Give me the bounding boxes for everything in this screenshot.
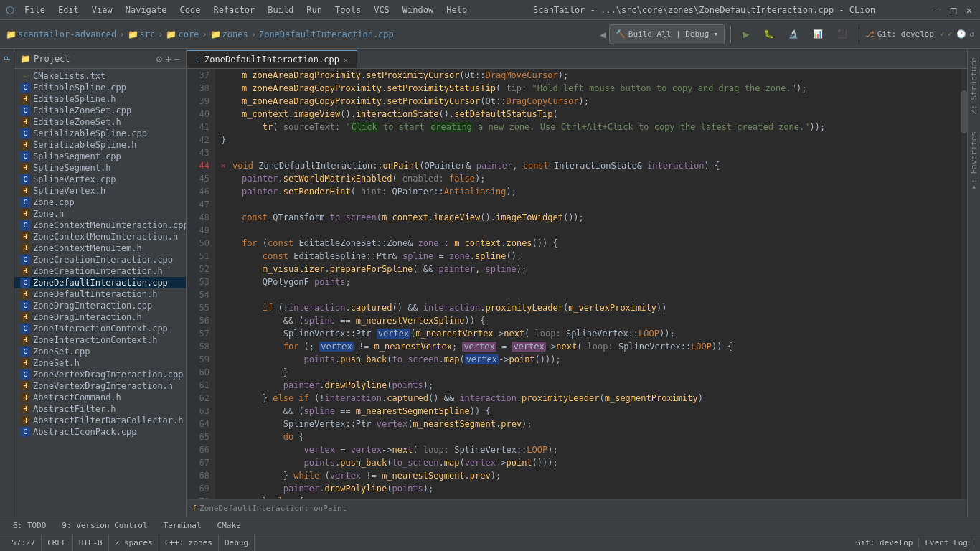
- file-item[interactable]: CSplineVertex.cpp: [14, 174, 186, 185]
- code-line: SplineVertex::Ptr vertex(m_nearestVertex…: [221, 327, 961, 340]
- file-item[interactable]: CZoneCreationInteraction.cpp: [14, 254, 186, 265]
- git-clock-icon: 🕐: [956, 29, 966, 39]
- line-number: 67: [187, 456, 209, 469]
- file-item[interactable]: CZone.cpp: [14, 197, 186, 208]
- code-line: [221, 198, 961, 211]
- file-item[interactable]: CZoneContextMenuInteraction.cpp: [14, 220, 186, 231]
- line-number: 44: [187, 159, 209, 172]
- line-number: 59: [187, 353, 209, 366]
- tab-cmake[interactable]: CMake: [210, 519, 248, 532]
- breadcrumb-src[interactable]: 📁 src: [128, 29, 156, 39]
- file-item[interactable]: HSerializableSpline.h: [14, 139, 186, 151]
- build-button[interactable]: 🔨 Build All | Debug ▾: [609, 24, 725, 44]
- status-line-ending[interactable]: CRLF: [42, 534, 73, 551]
- menu-file[interactable]: File: [19, 4, 51, 17]
- file-item[interactable]: ≡CMakeLists.txt: [14, 70, 186, 82]
- file-item[interactable]: HAbstractCommand.h: [14, 392, 186, 403]
- file-type-icon: H: [20, 415, 30, 425]
- file-item[interactable]: CZoneVertexDragInteraction.cpp: [14, 369, 186, 380]
- panel-minimize-icon[interactable]: −: [174, 53, 180, 65]
- file-item[interactable]: HAbstractFilterDataCollector.h: [14, 415, 186, 426]
- file-item[interactable]: CZoneDragInteraction.cpp: [14, 300, 186, 311]
- code-content[interactable]: m_zoneAreaDragProximity.setProximityCurs…: [215, 69, 961, 499]
- file-item[interactable]: HZone.h: [14, 208, 186, 220]
- tab-todo[interactable]: 6: TODO: [6, 519, 53, 532]
- file-item[interactable]: HSplineVertex.h: [14, 185, 186, 197]
- file-type-icon: C: [20, 105, 30, 116]
- breadcrumb-root[interactable]: scantailor-advanced: [18, 29, 116, 39]
- menu-view[interactable]: View: [86, 4, 118, 17]
- file-name-label: SplineVertex.h: [33, 186, 105, 196]
- menu-build[interactable]: Build: [262, 4, 299, 17]
- close-button[interactable]: ✕: [964, 5, 974, 15]
- maximize-button[interactable]: □: [948, 5, 958, 15]
- file-item[interactable]: CZoneSet.cpp: [14, 346, 186, 357]
- status-bar: 57:27 CRLF UTF-8 2 spaces C++: zones Deb…: [0, 534, 980, 551]
- menu-navigate[interactable]: Navigate: [120, 4, 173, 17]
- file-item[interactable]: HZoneCreationInteraction.h: [14, 265, 186, 277]
- file-item[interactable]: CZoneInteractionContext.cpp: [14, 323, 186, 334]
- minimize-button[interactable]: –: [933, 5, 943, 15]
- file-name-label: Zone.h: [33, 209, 64, 219]
- file-item[interactable]: CSerializableSpline.cpp: [14, 128, 186, 139]
- scroll-thumb[interactable]: [961, 90, 967, 133]
- file-item[interactable]: CZoneDefaultInteraction.cpp: [14, 277, 186, 288]
- menu-run[interactable]: Run: [301, 4, 328, 17]
- file-item[interactable]: CSplineSegment.cpp: [14, 151, 186, 162]
- panel-expand-icon[interactable]: +: [165, 53, 171, 65]
- editor-tab-active[interactable]: C ZoneDefaultInteraction.cpp ✕: [187, 50, 357, 68]
- scroll-indicator[interactable]: [961, 69, 967, 499]
- line-number: 60: [187, 366, 209, 379]
- project-tab-icon[interactable]: P: [1, 52, 14, 65]
- file-item[interactable]: HZoneDragInteraction.h: [14, 311, 186, 323]
- file-item[interactable]: HZoneContextMenuItem.h: [14, 242, 186, 254]
- favorites-tab[interactable]: ★: Favorites: [968, 126, 980, 199]
- status-event-log[interactable]: Event Log: [919, 538, 974, 547]
- file-item[interactable]: CAbstractIconPack.cpp: [14, 426, 186, 438]
- breadcrumb-zones[interactable]: 📁 zones: [210, 29, 248, 39]
- code-line: ✕ void ZoneDefaultInteraction::onPaint(Q…: [221, 159, 961, 172]
- file-item[interactable]: HEditableSpline.h: [14, 93, 186, 105]
- tab-version-control[interactable]: 9: Version Control: [55, 519, 154, 532]
- status-encoding[interactable]: UTF-8: [73, 534, 109, 551]
- tab-close-button[interactable]: ✕: [344, 56, 348, 64]
- menu-help[interactable]: Help: [440, 4, 473, 17]
- menu-refactor[interactable]: Refactor: [207, 4, 260, 17]
- file-item[interactable]: HZoneVertexDragInteraction.h: [14, 380, 186, 392]
- menu-edit[interactable]: Edit: [52, 4, 85, 17]
- breadcrumb-core[interactable]: 📁 core: [166, 29, 199, 39]
- file-item[interactable]: CEditableSpline.cpp: [14, 82, 186, 93]
- status-indent[interactable]: 2 spaces: [109, 534, 159, 551]
- status-profile[interactable]: Debug: [219, 534, 255, 551]
- status-git[interactable]: Git: develop: [850, 538, 919, 547]
- file-item[interactable]: HEditableZoneSet.h: [14, 116, 186, 128]
- line-number: 52: [187, 263, 209, 276]
- status-language[interactable]: C++: zones: [159, 534, 219, 551]
- menu-tools[interactable]: Tools: [329, 4, 367, 17]
- file-item[interactable]: HSplineSegment.h: [14, 162, 186, 174]
- profile-button[interactable]: 📊: [807, 24, 829, 44]
- file-item[interactable]: HAbstractFilter.h: [14, 403, 186, 415]
- menu-code[interactable]: Code: [174, 4, 207, 17]
- file-item[interactable]: CEditableZoneSet.cpp: [14, 105, 186, 116]
- stop-button[interactable]: ⬛: [831, 24, 853, 44]
- build-dropdown-icon[interactable]: ▾: [713, 29, 718, 39]
- breadcrumb-file[interactable]: ZoneDefaultInteraction.cpp: [259, 29, 394, 39]
- file-item[interactable]: HZoneDefaultInteraction.h: [14, 288, 186, 300]
- panel-settings-icon[interactable]: ⚙: [156, 53, 162, 65]
- breadcrumb-project[interactable]: 📁: [6, 29, 17, 39]
- tab-terminal[interactable]: Terminal: [156, 519, 209, 532]
- structure-tab[interactable]: Z: Structure: [968, 52, 980, 120]
- back-button[interactable]: ◀: [600, 29, 606, 40]
- coverage-button[interactable]: 🔬: [783, 24, 804, 44]
- run-button[interactable]: ▶: [737, 24, 755, 44]
- debug-button[interactable]: 🐛: [758, 24, 780, 44]
- file-item[interactable]: HZoneContextMenuInteraction.h: [14, 231, 186, 242]
- file-item[interactable]: HZoneSet.h: [14, 357, 186, 369]
- menu-vcs[interactable]: VCS: [368, 4, 395, 17]
- breadcrumb-fn-name: ZoneDefaultInteraction::onPaint: [199, 504, 347, 513]
- code-line: tr( sourceText: "Click to start creating…: [221, 121, 961, 133]
- menu-window[interactable]: Window: [397, 4, 439, 17]
- file-item[interactable]: HZoneInteractionContext.h: [14, 334, 186, 346]
- status-position[interactable]: 57:27: [6, 534, 42, 551]
